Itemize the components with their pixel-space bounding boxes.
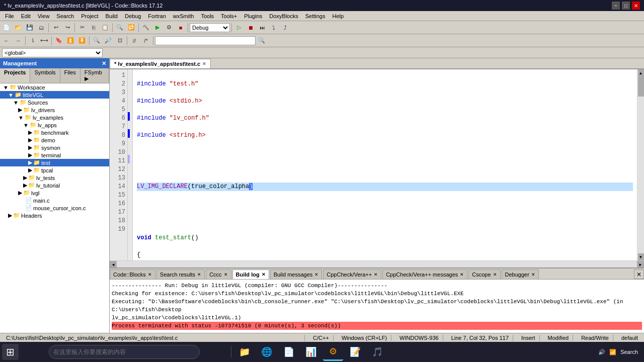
editor-tab-test-c[interactable]: * lv_examples\lv_apps\test\test.c ✕: [110, 59, 211, 68]
tree-lv-drivers[interactable]: ▶ 📁 lv_drivers: [0, 106, 109, 114]
redo-btn[interactable]: ↪: [62, 22, 73, 33]
bottom-tab-cscope[interactable]: Cscope ✕: [468, 269, 500, 279]
menu-plugins[interactable]: Plugins: [241, 13, 265, 20]
tree-littlevgl[interactable]: ▼ 📁 littleVGL: [0, 91, 109, 99]
menu-settings[interactable]: Settings: [302, 13, 329, 20]
debug-start-btn[interactable]: ▷: [233, 22, 245, 33]
taskbar-powerpoint[interactable]: 📊: [301, 343, 321, 361]
menu-view[interactable]: View: [35, 13, 53, 20]
menu-debug[interactable]: Debug: [122, 13, 144, 20]
tb2-search[interactable]: 🔍: [256, 35, 267, 46]
tree-lvgl[interactable]: ▶ 📁 lvgl: [0, 189, 109, 197]
copy-btn[interactable]: ⎘: [88, 22, 99, 33]
tree-lv-examples[interactable]: ▼ 📁 lv_examples: [0, 114, 109, 121]
tb2-prev-bookmark[interactable]: ⏫: [65, 35, 76, 46]
tab-symbols[interactable]: Symbols: [30, 68, 60, 83]
taskbar-notepad[interactable]: 📄: [279, 343, 299, 361]
debug-stop-btn[interactable]: ⏹: [245, 22, 256, 33]
tb2-match[interactable]: ⟷: [39, 35, 50, 46]
undo-btn[interactable]: ↩: [50, 22, 61, 33]
menu-help[interactable]: Help: [329, 13, 347, 20]
tree-sources[interactable]: ▼ 📁 Sources: [0, 99, 109, 106]
code-editor[interactable]: 1 2 3 4 5 6 7 8 9 10 11 12 13 14: [110, 69, 644, 260]
step-out-btn[interactable]: ⤴: [280, 22, 291, 33]
tab-files[interactable]: Files: [60, 68, 80, 83]
code-search-input[interactable]: [155, 36, 256, 45]
stop-btn[interactable]: ■: [175, 22, 186, 33]
global-scope-select[interactable]: <global>: [2, 48, 103, 57]
paste-btn[interactable]: 📋: [100, 22, 111, 33]
tree-lv-apps[interactable]: ▼ 📁 lv_apps: [0, 121, 109, 129]
bottom-tab-cppcheck-msg[interactable]: CppCheck/Vera++ messages ✕: [382, 269, 467, 279]
code-content[interactable]: #include "test.h" #include <stdio.h> #in…: [133, 69, 637, 260]
debug-select[interactable]: Debug: [190, 23, 230, 32]
taskbar-search-input[interactable]: [49, 345, 200, 359]
bottom-tab-debugger-close[interactable]: ✕: [531, 272, 535, 277]
bottom-tab-buildmsg-close[interactable]: ✕: [314, 272, 318, 277]
maximize-button[interactable]: □: [622, 2, 630, 10]
run-btn[interactable]: ▶: [152, 22, 163, 33]
scroll-down-btn[interactable]: ▼: [638, 253, 644, 260]
tree-workspace[interactable]: ▼ 📁 Workspace: [0, 83, 109, 91]
build-run-btn[interactable]: ⚙: [164, 22, 175, 33]
tb2-zoom-out[interactable]: 🔎: [103, 35, 114, 46]
bottom-tab-codeblocks[interactable]: Code::Blocks ✕: [110, 269, 155, 279]
tb2-bookmark[interactable]: 🔖: [53, 35, 64, 46]
tree-headers[interactable]: ▶ 📁 Headers: [0, 212, 109, 219]
cut-btn[interactable]: ✂: [76, 22, 88, 33]
tb2-jump[interactable]: ⤹: [27, 35, 38, 46]
tree-lv-tests[interactable]: ▶ 📁 lv_tests: [0, 174, 109, 182]
bottom-tab-buildlog-close[interactable]: ✕: [262, 272, 266, 277]
taskbar-volume-icon[interactable]: 🔊: [598, 349, 605, 355]
bottom-tab-search-results[interactable]: Search results ✕: [156, 269, 205, 279]
tb2-toggle-comment[interactable]: //: [129, 35, 140, 46]
bottom-scrollbar[interactable]: ◄ ►: [110, 260, 644, 267]
tree-test[interactable]: ▶ 📁 test: [0, 159, 109, 166]
bottom-tab-cscope-close[interactable]: ✕: [493, 272, 497, 277]
bottom-tab-cccc[interactable]: Cccc ✕: [206, 269, 231, 279]
bottom-tab-codeblocks-close[interactable]: ✕: [148, 272, 152, 277]
tb2-next-bookmark[interactable]: ⏬: [76, 35, 88, 46]
tree-mouse-cursor[interactable]: 📄 mouse_cursor_icon.c: [0, 204, 109, 212]
tree-benchmark[interactable]: ▶ 📁 benchmark: [0, 129, 109, 136]
tree-terminal[interactable]: ▶ 📁 terminal: [0, 151, 109, 159]
bottom-tab-cppcheckmsg-close[interactable]: ✕: [460, 272, 464, 277]
menu-wxsmith[interactable]: wxSmith: [170, 13, 197, 20]
save-btn[interactable]: 💾: [24, 22, 35, 33]
tree-lv-tutorial[interactable]: ▶ 📁 lv_tutorial: [0, 182, 109, 189]
bottom-tab-search-close[interactable]: ✕: [197, 272, 201, 277]
open-btn[interactable]: 📂: [13, 22, 24, 33]
taskbar-music[interactable]: 🎵: [367, 343, 387, 361]
tb2-zoom-in[interactable]: 🔍: [91, 35, 102, 46]
scroll-thumb[interactable]: [638, 76, 644, 97]
menu-edit[interactable]: Edit: [18, 13, 34, 20]
menu-doxyblocks[interactable]: DoxyBlocks: [266, 13, 301, 20]
tree-sysmon[interactable]: ▶ 📁 sysmon: [0, 144, 109, 151]
scroll-track[interactable]: [638, 76, 644, 253]
scroll-up-btn[interactable]: ▲: [638, 69, 644, 76]
bottom-tab-build-log[interactable]: Build log ✕: [232, 269, 269, 279]
tab-projects[interactable]: Projects: [0, 68, 30, 83]
bottom-tab-build-messages[interactable]: Build messages ✕: [270, 269, 323, 279]
find-btn[interactable]: 🔍: [114, 22, 125, 33]
build-btn[interactable]: 🔨: [140, 22, 151, 33]
bottom-tab-debugger[interactable]: Debugger ✕: [502, 269, 539, 279]
tb2-reset-zoom[interactable]: ⊡: [114, 35, 125, 46]
step-next-btn[interactable]: ⏭: [257, 22, 268, 33]
management-close[interactable]: ✕: [102, 60, 106, 67]
taskbar-codeblocks[interactable]: ⚙: [323, 343, 343, 361]
taskbar-word[interactable]: 📝: [345, 343, 365, 361]
new-btn[interactable]: 📄: [1, 22, 12, 33]
minimize-button[interactable]: −: [612, 2, 620, 10]
menu-tools[interactable]: Tools: [198, 13, 217, 20]
tree-main-c[interactable]: 📄 main.c: [0, 197, 109, 204]
menu-fortran[interactable]: Fortran: [145, 13, 169, 20]
tab-close-btn[interactable]: ✕: [202, 61, 206, 66]
menu-build[interactable]: Build: [102, 13, 120, 20]
step-in-btn[interactable]: ⤵: [268, 22, 279, 33]
bottom-tab-cccc-close[interactable]: ✕: [224, 272, 228, 277]
bottom-tab-cppcheck[interactable]: CppCheck/Vera++ ✕: [323, 269, 381, 279]
taskbar-browser[interactable]: 🌐: [257, 343, 277, 361]
menu-search[interactable]: Search: [53, 13, 77, 20]
start-button[interactable]: ⊞: [2, 344, 19, 360]
